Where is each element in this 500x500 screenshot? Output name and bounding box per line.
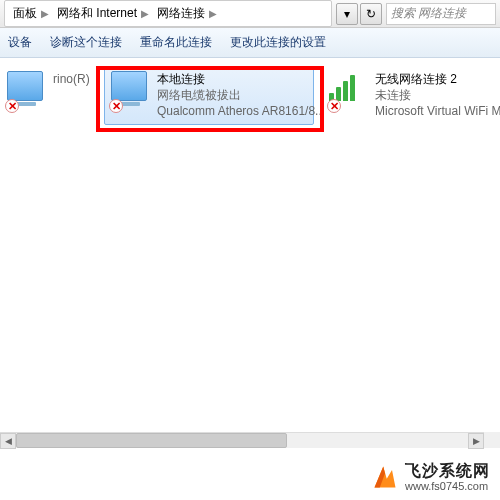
- adapter-label: Qualcomm Atheros AR8161/8...: [157, 103, 325, 119]
- breadcrumb-item[interactable]: 网络和 Internet▶: [53, 1, 153, 26]
- connection-item[interactable]: ✕ rino(R) Wireless-N...: [0, 66, 96, 125]
- connection-status: 未连接: [375, 87, 500, 103]
- chevron-right-icon: ▶: [209, 8, 217, 19]
- search-input[interactable]: 搜索 网络连接: [386, 3, 496, 25]
- watermark-title: 飞沙系统网: [405, 462, 490, 480]
- scroll-right-icon[interactable]: ▶: [468, 433, 484, 449]
- connection-item-wifi[interactable]: ✕ 无线网络连接 2 未连接 Microsoft Virtual WiFi Mi…: [322, 66, 500, 125]
- wifi-icon: ✕: [329, 71, 369, 111]
- toolbar: 设备 诊断这个连接 重命名此连接 更改此连接的设置: [0, 28, 500, 58]
- chevron-right-icon: ▶: [41, 8, 49, 19]
- toolbar-item-diagnose[interactable]: 诊断这个连接: [50, 34, 122, 51]
- adapter-label: Microsoft Virtual WiFi Minip: [375, 103, 500, 119]
- connection-title: 无线网络连接 2: [375, 71, 500, 87]
- refresh-button[interactable]: ↻: [360, 3, 382, 25]
- breadcrumb-item[interactable]: 网络连接▶: [153, 1, 221, 26]
- chevron-right-icon: ▶: [141, 8, 149, 19]
- breadcrumb[interactable]: 面板▶ 网络和 Internet▶ 网络连接▶: [4, 0, 332, 27]
- scroll-left-icon[interactable]: ◀: [0, 433, 16, 449]
- error-icon: ✕: [5, 99, 19, 113]
- connection-status: 网络电缆被拔出: [157, 87, 325, 103]
- adapter-label: rino(R) Wireless-N...: [53, 71, 89, 87]
- scrollbar-thumb[interactable]: [16, 433, 287, 448]
- breadcrumb-bar: 面板▶ 网络和 Internet▶ 网络连接▶ ▾ ↻ 搜索 网络连接: [0, 0, 500, 28]
- connection-item-local[interactable]: ✕ 本地连接 网络电缆被拔出 Qualcomm Atheros AR8161/8…: [104, 66, 314, 125]
- dropdown-history-button[interactable]: ▾: [336, 3, 358, 25]
- network-icon: ✕: [111, 71, 151, 111]
- watermark-url: www.fs0745.com: [405, 480, 490, 492]
- breadcrumb-item[interactable]: 面板▶: [9, 1, 53, 26]
- logo-icon: [371, 463, 399, 491]
- connection-list: ✕ rino(R) Wireless-N... ✕ 本地连接 网络电缆被拔出 Q…: [0, 58, 500, 133]
- connection-title: 本地连接: [157, 71, 325, 87]
- nav-controls: ▾ ↻: [336, 3, 382, 25]
- error-icon: ✕: [327, 99, 341, 113]
- watermark: 飞沙系统网 www.fs0745.com: [371, 462, 490, 492]
- toolbar-item-device[interactable]: 设备: [8, 34, 32, 51]
- toolbar-item-rename[interactable]: 重命名此连接: [140, 34, 212, 51]
- scroll-corner: [484, 432, 500, 448]
- network-icon: ✕: [7, 71, 47, 111]
- toolbar-item-settings[interactable]: 更改此连接的设置: [230, 34, 326, 51]
- error-icon: ✕: [109, 99, 123, 113]
- horizontal-scrollbar[interactable]: ◀ ▶: [0, 432, 484, 448]
- content-area: ✕ rino(R) Wireless-N... ✕ 本地连接 网络电缆被拔出 Q…: [0, 58, 500, 500]
